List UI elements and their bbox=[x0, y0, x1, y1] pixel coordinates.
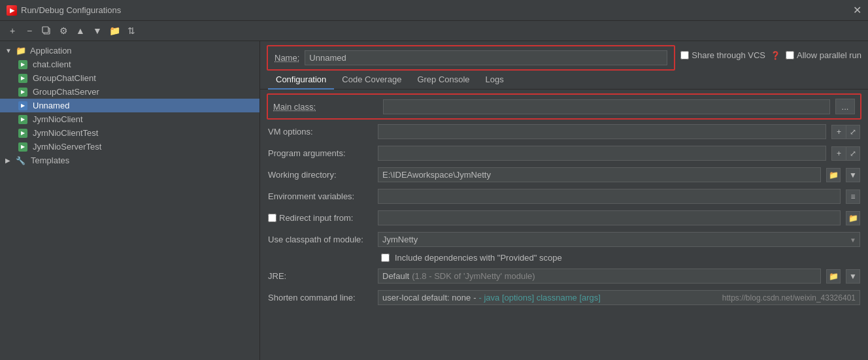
name-row: Name: bbox=[267, 45, 675, 71]
jymnioservertest-label: JymNioServerTest bbox=[33, 142, 101, 152]
use-classpath-dropdown[interactable]: JymNetty bbox=[378, 232, 860, 247]
program-arguments-row: Program arguments: + ⤢ bbox=[260, 142, 868, 164]
move-down-button[interactable]: ▼ bbox=[90, 24, 105, 38]
use-classpath-label: Use classpath of module: bbox=[268, 235, 373, 244]
tab-code-coverage[interactable]: Code Coverage bbox=[334, 71, 409, 90]
vm-options-expand-btn[interactable]: ⤢ bbox=[846, 125, 860, 139]
shorten-command-line-row: Shorten command line: user-local default… bbox=[260, 287, 868, 308]
allow-parallel-checkbox[interactable] bbox=[786, 51, 794, 59]
templates-wrench-icon: 🔧 bbox=[16, 156, 25, 165]
add-button[interactable]: + bbox=[5, 24, 20, 38]
copy-button[interactable] bbox=[39, 24, 54, 38]
program-arguments-btns: + ⤢ bbox=[831, 146, 860, 161]
working-directory-row: Working directory: 📁 ▼ bbox=[260, 164, 868, 186]
share-through-vcs-checkbox[interactable] bbox=[680, 51, 689, 59]
tab-configuration[interactable]: Configuration bbox=[268, 71, 334, 90]
sidebar-item-chat-client[interactable]: ▶ chat.client bbox=[0, 57, 259, 71]
close-button[interactable]: ✕ bbox=[853, 5, 861, 16]
jre-value: Default (1.8 - SDK of 'JymNetty' module) bbox=[378, 269, 821, 284]
name-label: Name: bbox=[275, 53, 299, 63]
jre-dropdown-btn[interactable]: ▼ bbox=[846, 269, 860, 284]
form-area: Main class: ... VM options: + ⤢ Program … bbox=[260, 90, 868, 360]
sidebar-item-groupchatclient[interactable]: ▶ GroupChatClient bbox=[0, 71, 259, 85]
main-class-browse-button[interactable]: ... bbox=[835, 99, 855, 114]
jymnioservertest-icon: ▶ bbox=[18, 142, 27, 152]
redirect-input-checkbox[interactable] bbox=[268, 214, 276, 222]
jre-label: JRE: bbox=[268, 271, 373, 281]
jre-row: JRE: Default (1.8 - SDK of 'JymNetty' mo… bbox=[260, 265, 868, 287]
program-arguments-label: Program arguments: bbox=[268, 148, 373, 158]
include-dependencies-checkbox[interactable] bbox=[381, 254, 390, 262]
share-through-vcs-option[interactable]: Share through VCS bbox=[680, 50, 765, 60]
tab-logs[interactable]: Logs bbox=[478, 71, 512, 90]
shorten-blue-text: - java [options] classname [args] bbox=[479, 293, 601, 303]
include-dependencies-row: Include dependencies with "Provided" sco… bbox=[260, 250, 868, 265]
program-arguments-expand-btn[interactable]: ⤢ bbox=[846, 146, 860, 161]
groupchatserver-icon: ▶ bbox=[18, 88, 27, 97]
right-panel: Name: Share through VCS ❓ Allow parallel… bbox=[260, 41, 868, 360]
groupchatclient-icon: ▶ bbox=[18, 74, 27, 83]
sidebar-item-jymnioclienttest[interactable]: ▶ JymNioClientTest bbox=[0, 126, 259, 140]
working-directory-browse-btn[interactable]: 📁 bbox=[826, 168, 841, 182]
shorten-command-line-label: Shorten command line: bbox=[268, 293, 373, 303]
tabs: Configuration Code Coverage Grep Console… bbox=[260, 71, 868, 90]
allow-parallel-option[interactable]: Allow parallel run bbox=[786, 50, 861, 60]
chat-client-label: chat.client bbox=[33, 59, 71, 69]
include-dependencies-label: Include dependencies with "Provided" sco… bbox=[395, 253, 562, 263]
sidebar-item-jymnioclient[interactable]: ▶ JymNioClient bbox=[0, 112, 259, 126]
sidebar-application-group[interactable]: ▼ 📁 Application bbox=[0, 44, 259, 57]
groupchatclient-label: GroupChatClient bbox=[33, 73, 96, 83]
settings-button[interactable]: ⚙ bbox=[56, 24, 71, 38]
sidebar-item-jymnioservertest[interactable]: ▶ JymNioServerTest bbox=[0, 140, 259, 154]
jymnioclienttest-icon: ▶ bbox=[18, 129, 27, 138]
main-class-input[interactable] bbox=[383, 99, 830, 114]
program-arguments-input[interactable] bbox=[378, 146, 826, 161]
remove-button[interactable]: − bbox=[22, 24, 37, 38]
environment-variables-row: Environment variables: ≡ bbox=[260, 186, 868, 207]
allow-parallel-label: Allow parallel run bbox=[797, 50, 861, 60]
working-directory-label: Working directory: bbox=[268, 170, 373, 180]
working-directory-input[interactable] bbox=[378, 167, 821, 182]
jre-browse-btn[interactable]: 📁 bbox=[826, 269, 841, 284]
jymnioclient-label: JymNioClient bbox=[33, 114, 83, 124]
sidebar-templates-group[interactable]: ▶ 🔧 Templates bbox=[0, 154, 259, 167]
chat-client-icon: ▶ bbox=[18, 60, 27, 69]
title-bar-left: ▶ Run/Debug Configurations bbox=[7, 5, 121, 16]
redirect-input-browse-btn[interactable]: 📁 bbox=[846, 211, 860, 225]
main-class-label: Main class: bbox=[273, 102, 378, 112]
main-class-row: Main class: ... bbox=[267, 93, 861, 120]
redirect-input-input[interactable] bbox=[378, 210, 841, 225]
environment-variables-edit-btn[interactable]: ≡ bbox=[846, 189, 860, 204]
unnamed-label: Unnamed bbox=[33, 101, 69, 110]
environment-variables-input[interactable] bbox=[378, 189, 841, 204]
use-classpath-select[interactable]: JymNetty bbox=[378, 232, 860, 247]
title-bar: ▶ Run/Debug Configurations ✕ bbox=[0, 0, 868, 21]
groupchatserver-label: GroupChatServer bbox=[33, 87, 99, 97]
help-icon: ❓ bbox=[771, 51, 780, 60]
sort-button[interactable]: ⇅ bbox=[124, 24, 139, 38]
jre-gray-text: (1.8 - SDK of 'JymNetty' module) bbox=[412, 271, 535, 281]
shorten-none-text: user-local default: none bbox=[382, 293, 471, 303]
vm-options-input[interactable] bbox=[378, 124, 826, 139]
working-directory-dropdown-btn[interactable]: ▼ bbox=[846, 168, 860, 182]
header-options: Share through VCS ❓ Allow parallel run bbox=[680, 45, 861, 60]
shorten-url: https://blog.csdn.net/weixin_43326401 bbox=[722, 293, 856, 303]
application-chevron: ▼ bbox=[5, 47, 13, 54]
templates-label: Templates bbox=[31, 155, 69, 165]
program-arguments-add-btn[interactable]: + bbox=[831, 146, 846, 161]
vm-options-row: VM options: + ⤢ bbox=[260, 121, 868, 142]
svg-rect-1 bbox=[42, 27, 48, 33]
use-classpath-row: Use classpath of module: JymNetty bbox=[260, 229, 868, 250]
sidebar-item-unnamed[interactable]: ▶ Unnamed bbox=[0, 99, 259, 112]
sidebar-item-groupchatserver[interactable]: ▶ GroupChatServer bbox=[0, 85, 259, 99]
name-input[interactable] bbox=[305, 50, 667, 65]
shorten-separator: - bbox=[473, 293, 476, 303]
jymnioclienttest-label: JymNioClientTest bbox=[33, 128, 98, 138]
vm-options-add-btn[interactable]: + bbox=[831, 125, 846, 139]
tab-grep-console[interactable]: Grep Console bbox=[409, 71, 477, 90]
move-up-button[interactable]: ▲ bbox=[73, 24, 88, 38]
vm-options-label: VM options: bbox=[268, 127, 373, 137]
redirect-input-label: Redirect input from: bbox=[279, 213, 353, 223]
folder-button[interactable]: 📁 bbox=[107, 24, 122, 38]
main-layout: ▼ 📁 Application ▶ chat.client ▶ GroupCha… bbox=[0, 41, 868, 360]
